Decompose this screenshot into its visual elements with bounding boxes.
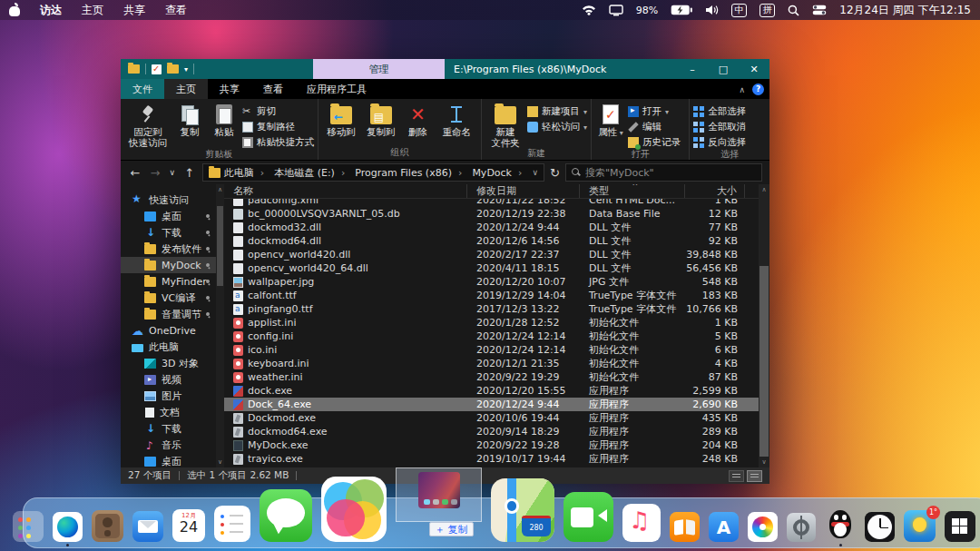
file-row[interactable]: keyboard.ini 2020/12/1 21:35 初始化文件 4 KB <box>224 357 759 370</box>
thumbnail-view-button[interactable] <box>747 470 762 482</box>
dock-icon-weather[interactable]: 1° <box>904 510 936 542</box>
dock-icon-app-store[interactable] <box>709 512 739 542</box>
dock-icon-music[interactable] <box>622 504 661 542</box>
pin-to-quick-access-button[interactable]: 固定到 快速访问 <box>124 103 172 148</box>
sidebar-item[interactable]: 桌面 <box>121 208 216 224</box>
paste-button[interactable]: 粘贴 <box>208 103 240 137</box>
sidebar-item[interactable]: VC编译 <box>121 290 216 306</box>
sidebar-item[interactable]: 图片 <box>121 388 216 404</box>
search-box[interactable] <box>565 163 762 182</box>
up-button[interactable]: ↑ <box>182 166 197 180</box>
chevron-down-icon[interactable]: ▾ <box>184 65 188 74</box>
file-row[interactable]: pingfang0.ttf 2017/12/3 13:22 TrueType 字… <box>224 302 759 316</box>
file-row[interactable]: weather.ini 2020/9/22 19:29 初始化文件 87 KB <box>224 370 759 384</box>
search-input[interactable] <box>585 167 756 179</box>
file-row[interactable]: trayico.exe 2019/10/17 19:44 应用程序 248 KB <box>224 452 759 466</box>
sidebar-item[interactable]: 音乐 <box>121 437 216 453</box>
input-cn-badge[interactable]: 中 <box>731 4 747 17</box>
details-view-button[interactable] <box>729 470 744 482</box>
help-icon[interactable] <box>752 84 764 95</box>
collapse-ribbon-icon[interactable] <box>739 84 745 95</box>
file-row[interactable]: opencv_world420.dll 2020/2/17 22:37 DLL … <box>224 248 759 261</box>
copy-button[interactable]: 复制 <box>173 103 206 137</box>
dock-icon-messages[interactable] <box>260 489 312 542</box>
sidebar-item[interactable]: 发布软件 <box>121 241 216 257</box>
history-button[interactable]: 历史记录 <box>628 136 681 149</box>
copy-to-button[interactable]: ▤ 复制到 <box>362 103 400 137</box>
cut-button[interactable]: 剪切 <box>242 105 314 118</box>
properties-quick-icon[interactable] <box>152 64 162 74</box>
scrollbar-thumb[interactable] <box>760 266 769 458</box>
open-button[interactable]: 打开 <box>628 105 681 118</box>
sidebar-item[interactable]: MyFinder <box>121 273 216 290</box>
dock-icon-facetime[interactable] <box>564 492 613 542</box>
easy-access-button[interactable]: 轻松访问 <box>527 121 587 133</box>
dock-icon-qq[interactable] <box>825 509 856 542</box>
column-type[interactable]: 类型 <box>580 184 685 198</box>
sidebar-item[interactable]: OneDrive <box>121 322 216 339</box>
file-row[interactable]: bc_00000LVSQV3ARNLT_05.db 2020/12/19 22:… <box>224 207 759 221</box>
minimize-button[interactable] <box>677 59 708 79</box>
recent-locations-icon[interactable]: ∨ <box>168 168 177 177</box>
file-row[interactable]: ico.ini 2020/12/24 12:14 初始化文件 6 KB <box>224 343 759 357</box>
menu-share[interactable]: 共享 <box>123 3 145 18</box>
titlebar[interactable]: ▾ 管理 E:\Program Files (x86)\MyDock <box>121 59 769 79</box>
file-row[interactable]: dockmod32.dll 2020/12/24 9:44 DLL 文件 77 … <box>224 221 759 234</box>
file-row[interactable]: dockmod64.dll 2020/12/6 14:56 DLL 文件 92 … <box>224 234 759 248</box>
dock-icon-clock[interactable] <box>865 512 895 542</box>
sidebar-item[interactable]: 文档 <box>121 404 216 420</box>
dock-icon-maps[interactable]: 280 <box>491 478 554 542</box>
column-size[interactable]: 大小 <box>685 184 745 198</box>
tab-file[interactable]: 文件 <box>121 79 164 99</box>
sidebar-scrollbar[interactable] <box>216 184 224 467</box>
file-row[interactable]: dock.exe 2020/12/20 15:55 应用程序 2,599 KB <box>224 384 759 398</box>
control-center-icon[interactable] <box>812 5 827 15</box>
select-all-button[interactable]: 全部选择 <box>693 105 746 118</box>
sidebar-item[interactable]: 下载 <box>121 420 216 437</box>
maximize-button[interactable] <box>708 59 739 79</box>
dock-icon-windows-start[interactable] <box>945 511 975 542</box>
edit-button[interactable]: 编辑 <box>628 121 681 133</box>
sidebar-item[interactable]: 音量调节 <box>121 306 216 322</box>
column-name[interactable]: 名称 <box>224 184 467 198</box>
scroll-up-icon[interactable] <box>759 184 769 195</box>
wifi-icon[interactable] <box>582 5 596 15</box>
menu-finder[interactable]: 访达 <box>40 3 62 18</box>
sidebar-item[interactable]: 下载 <box>121 224 216 241</box>
scroll-up-icon[interactable] <box>216 184 224 195</box>
file-row[interactable]: dockmod64.exe 2020/9/14 18:29 应用程序 289 K… <box>224 425 759 438</box>
input-pinyin-badge[interactable]: 拼 <box>760 4 775 17</box>
drag-ghost[interactable]: ＋ 复制 <box>396 467 482 522</box>
file-row[interactable]: applist.ini 2020/1/28 12:52 初始化文件 1 KB <box>224 316 759 330</box>
copy-path-button[interactable]: 复制路径 <box>242 121 314 133</box>
battery-charging-icon[interactable] <box>671 5 692 15</box>
column-date-modified[interactable]: 修改日期 <box>467 184 580 198</box>
sidebar-item[interactable]: 快速访问 <box>121 192 216 208</box>
dock-icon-reminders[interactable] <box>214 506 250 542</box>
refresh-icon[interactable] <box>550 166 560 180</box>
new-folder-button[interactable]: 新建 文件夹 <box>485 103 525 148</box>
file-row[interactable]: Dock_64.exe 2020/12/24 9:44 应用程序 2,690 K… <box>224 398 759 411</box>
sidebar-item[interactable]: 此电脑 <box>121 339 216 355</box>
display-icon[interactable] <box>609 5 623 16</box>
volume-icon[interactable] <box>705 5 719 15</box>
dock-icon-photos[interactable] <box>748 512 778 542</box>
dock-icon-mail[interactable] <box>132 511 163 542</box>
new-item-button[interactable]: 新建项目 <box>527 105 587 118</box>
back-button[interactable]: ← <box>128 166 142 180</box>
move-to-button[interactable]: ← 移动到 <box>322 103 360 137</box>
file-row[interactable]: calfont.ttf 2019/12/29 14:04 TrueType 字体… <box>224 289 759 302</box>
file-row[interactable]: MyDock.exe 2020/9/22 19:28 应用程序 204 KB <box>224 438 759 452</box>
sidebar-item[interactable]: MyDock <box>121 257 216 273</box>
select-none-button[interactable]: 全部取消 <box>693 121 746 133</box>
file-row[interactable]: config.ini 2020/12/24 12:14 初始化文件 5 KB <box>224 330 759 343</box>
new-folder-quick-icon[interactable] <box>167 64 179 74</box>
menubar-datetime[interactable]: 12月24日 周四 下午12:15 <box>839 3 971 18</box>
address-dropdown-icon[interactable]: ∨ <box>532 168 538 177</box>
sidebar-item[interactable]: 3D 对象 <box>121 355 216 371</box>
rename-button[interactable]: 重命名 <box>436 103 477 137</box>
scroll-down-icon[interactable] <box>759 457 769 467</box>
breadcrumb-item[interactable]: 本地磁盘 (E:) <box>274 166 351 180</box>
paste-shortcut-button[interactable]: 粘贴快捷方式 <box>242 136 314 149</box>
manage-contextual-tab[interactable]: 管理 <box>313 59 445 79</box>
